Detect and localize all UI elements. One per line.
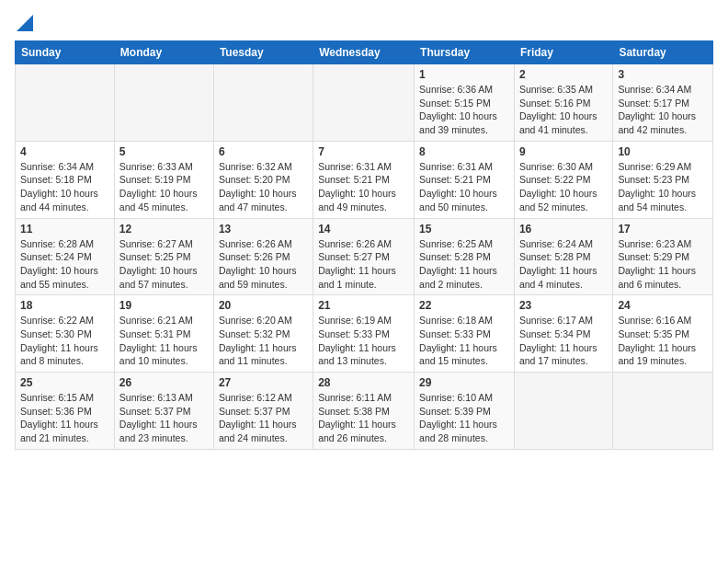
day-number: 13 bbox=[219, 223, 308, 236]
logo-triangle-icon bbox=[17, 15, 33, 31]
calendar-cell: 22Sunrise: 6:18 AM Sunset: 5:33 PM Dayli… bbox=[415, 295, 515, 373]
calendar-cell: 12Sunrise: 6:27 AM Sunset: 5:25 PM Dayli… bbox=[114, 218, 213, 295]
day-number: 25 bbox=[20, 376, 109, 389]
logo bbox=[15, 15, 33, 31]
calendar-cell: 7Sunrise: 6:31 AM Sunset: 5:21 PM Daylig… bbox=[313, 141, 415, 218]
calendar-cell: 11Sunrise: 6:28 AM Sunset: 5:24 PM Dayli… bbox=[16, 218, 115, 295]
weekday-header-monday: Monday bbox=[114, 41, 213, 64]
day-detail: Sunrise: 6:19 AM Sunset: 5:33 PM Dayligh… bbox=[318, 314, 409, 368]
calendar-cell: 24Sunrise: 6:16 AM Sunset: 5:35 PM Dayli… bbox=[613, 295, 713, 373]
calendar-cell: 23Sunrise: 6:17 AM Sunset: 5:34 PM Dayli… bbox=[514, 295, 612, 373]
day-number: 23 bbox=[519, 299, 608, 312]
calendar-cell: 25Sunrise: 6:15 AM Sunset: 5:36 PM Dayli… bbox=[16, 373, 115, 450]
calendar-cell bbox=[613, 373, 713, 450]
calendar-week-row: 25Sunrise: 6:15 AM Sunset: 5:36 PM Dayli… bbox=[16, 373, 713, 450]
weekday-header-wednesday: Wednesday bbox=[313, 41, 415, 64]
day-number: 24 bbox=[618, 299, 708, 312]
calendar-cell: 13Sunrise: 6:26 AM Sunset: 5:26 PM Dayli… bbox=[213, 218, 313, 295]
page-header bbox=[15, 15, 713, 31]
calendar-cell: 8Sunrise: 6:31 AM Sunset: 5:21 PM Daylig… bbox=[415, 141, 515, 218]
weekday-header-saturday: Saturday bbox=[613, 41, 713, 64]
day-detail: Sunrise: 6:29 AM Sunset: 5:23 PM Dayligh… bbox=[618, 160, 708, 214]
day-detail: Sunrise: 6:28 AM Sunset: 5:24 PM Dayligh… bbox=[20, 237, 109, 292]
day-number: 26 bbox=[119, 376, 209, 389]
day-detail: Sunrise: 6:12 AM Sunset: 5:37 PM Dayligh… bbox=[219, 391, 308, 445]
day-number: 14 bbox=[318, 223, 409, 236]
day-number: 4 bbox=[20, 145, 109, 158]
day-detail: Sunrise: 6:31 AM Sunset: 5:21 PM Dayligh… bbox=[318, 160, 409, 214]
calendar-cell: 18Sunrise: 6:22 AM Sunset: 5:30 PM Dayli… bbox=[16, 295, 115, 373]
calendar-cell: 14Sunrise: 6:26 AM Sunset: 5:27 PM Dayli… bbox=[313, 218, 415, 295]
calendar-cell: 10Sunrise: 6:29 AM Sunset: 5:23 PM Dayli… bbox=[613, 141, 713, 218]
calendar-cell: 9Sunrise: 6:30 AM Sunset: 5:22 PM Daylig… bbox=[514, 141, 612, 218]
day-detail: Sunrise: 6:33 AM Sunset: 5:19 PM Dayligh… bbox=[119, 160, 209, 214]
calendar-cell: 6Sunrise: 6:32 AM Sunset: 5:20 PM Daylig… bbox=[213, 141, 313, 218]
day-detail: Sunrise: 6:10 AM Sunset: 5:39 PM Dayligh… bbox=[419, 391, 509, 445]
weekday-header-friday: Friday bbox=[514, 41, 612, 64]
day-detail: Sunrise: 6:11 AM Sunset: 5:38 PM Dayligh… bbox=[318, 391, 409, 445]
day-number: 27 bbox=[219, 376, 308, 389]
day-detail: Sunrise: 6:20 AM Sunset: 5:32 PM Dayligh… bbox=[219, 314, 308, 368]
day-number: 19 bbox=[119, 299, 209, 312]
calendar-cell: 20Sunrise: 6:20 AM Sunset: 5:32 PM Dayli… bbox=[213, 295, 313, 373]
calendar-cell: 21Sunrise: 6:19 AM Sunset: 5:33 PM Dayli… bbox=[313, 295, 415, 373]
day-number: 2 bbox=[519, 68, 608, 81]
day-detail: Sunrise: 6:25 AM Sunset: 5:28 PM Dayligh… bbox=[419, 237, 509, 292]
day-detail: Sunrise: 6:34 AM Sunset: 5:18 PM Dayligh… bbox=[20, 160, 109, 214]
day-detail: Sunrise: 6:30 AM Sunset: 5:22 PM Dayligh… bbox=[519, 160, 608, 214]
day-detail: Sunrise: 6:24 AM Sunset: 5:28 PM Dayligh… bbox=[519, 237, 608, 292]
day-number: 21 bbox=[318, 299, 409, 312]
calendar-cell: 19Sunrise: 6:21 AM Sunset: 5:31 PM Dayli… bbox=[114, 295, 213, 373]
calendar-cell: 26Sunrise: 6:13 AM Sunset: 5:37 PM Dayli… bbox=[114, 373, 213, 450]
day-number: 17 bbox=[618, 223, 708, 236]
calendar-cell: 28Sunrise: 6:11 AM Sunset: 5:38 PM Dayli… bbox=[313, 373, 415, 450]
day-detail: Sunrise: 6:32 AM Sunset: 5:20 PM Dayligh… bbox=[219, 160, 308, 214]
svg-marker-0 bbox=[17, 15, 33, 31]
calendar-cell: 5Sunrise: 6:33 AM Sunset: 5:19 PM Daylig… bbox=[114, 141, 213, 218]
day-detail: Sunrise: 6:15 AM Sunset: 5:36 PM Dayligh… bbox=[20, 391, 109, 445]
day-number: 8 bbox=[419, 145, 509, 158]
day-number: 28 bbox=[318, 376, 409, 389]
day-detail: Sunrise: 6:26 AM Sunset: 5:26 PM Dayligh… bbox=[219, 237, 308, 292]
day-number: 6 bbox=[219, 145, 308, 158]
weekday-header-tuesday: Tuesday bbox=[213, 41, 313, 64]
day-detail: Sunrise: 6:21 AM Sunset: 5:31 PM Dayligh… bbox=[119, 314, 209, 368]
calendar-header: SundayMondayTuesdayWednesdayThursdayFrid… bbox=[16, 41, 713, 64]
calendar-cell: 15Sunrise: 6:25 AM Sunset: 5:28 PM Dayli… bbox=[415, 218, 515, 295]
day-detail: Sunrise: 6:17 AM Sunset: 5:34 PM Dayligh… bbox=[519, 314, 608, 368]
calendar-week-row: 4Sunrise: 6:34 AM Sunset: 5:18 PM Daylig… bbox=[16, 141, 713, 218]
calendar-week-row: 1Sunrise: 6:36 AM Sunset: 5:15 PM Daylig… bbox=[16, 64, 713, 142]
calendar-cell: 29Sunrise: 6:10 AM Sunset: 5:39 PM Dayli… bbox=[415, 373, 515, 450]
day-number: 5 bbox=[119, 145, 209, 158]
day-detail: Sunrise: 6:18 AM Sunset: 5:33 PM Dayligh… bbox=[419, 314, 509, 368]
day-detail: Sunrise: 6:34 AM Sunset: 5:17 PM Dayligh… bbox=[618, 83, 708, 137]
weekday-row: SundayMondayTuesdayWednesdayThursdayFrid… bbox=[16, 41, 713, 64]
day-number: 9 bbox=[519, 145, 608, 158]
day-detail: Sunrise: 6:31 AM Sunset: 5:21 PM Dayligh… bbox=[419, 160, 509, 214]
day-number: 16 bbox=[519, 223, 608, 236]
day-detail: Sunrise: 6:13 AM Sunset: 5:37 PM Dayligh… bbox=[119, 391, 209, 445]
day-number: 15 bbox=[419, 223, 509, 236]
calendar-cell: 16Sunrise: 6:24 AM Sunset: 5:28 PM Dayli… bbox=[514, 218, 612, 295]
calendar-cell bbox=[114, 64, 213, 142]
weekday-header-sunday: Sunday bbox=[16, 41, 115, 64]
day-detail: Sunrise: 6:36 AM Sunset: 5:15 PM Dayligh… bbox=[419, 83, 509, 137]
day-detail: Sunrise: 6:16 AM Sunset: 5:35 PM Dayligh… bbox=[618, 314, 708, 368]
day-number: 20 bbox=[219, 299, 308, 312]
calendar-week-row: 11Sunrise: 6:28 AM Sunset: 5:24 PM Dayli… bbox=[16, 218, 713, 295]
calendar-cell: 3Sunrise: 6:34 AM Sunset: 5:17 PM Daylig… bbox=[613, 64, 713, 142]
day-number: 18 bbox=[20, 299, 109, 312]
calendar-cell: 4Sunrise: 6:34 AM Sunset: 5:18 PM Daylig… bbox=[16, 141, 115, 218]
calendar-cell: 17Sunrise: 6:23 AM Sunset: 5:29 PM Dayli… bbox=[613, 218, 713, 295]
day-number: 11 bbox=[20, 223, 109, 236]
day-number: 12 bbox=[119, 223, 209, 236]
calendar-cell bbox=[213, 64, 313, 142]
calendar-cell bbox=[514, 373, 612, 450]
day-number: 7 bbox=[318, 145, 409, 158]
day-detail: Sunrise: 6:23 AM Sunset: 5:29 PM Dayligh… bbox=[618, 237, 708, 292]
day-detail: Sunrise: 6:26 AM Sunset: 5:27 PM Dayligh… bbox=[318, 237, 409, 292]
calendar-cell: 1Sunrise: 6:36 AM Sunset: 5:15 PM Daylig… bbox=[415, 64, 515, 142]
calendar-week-row: 18Sunrise: 6:22 AM Sunset: 5:30 PM Dayli… bbox=[16, 295, 713, 373]
day-detail: Sunrise: 6:35 AM Sunset: 5:16 PM Dayligh… bbox=[519, 83, 608, 137]
day-number: 10 bbox=[618, 145, 708, 158]
